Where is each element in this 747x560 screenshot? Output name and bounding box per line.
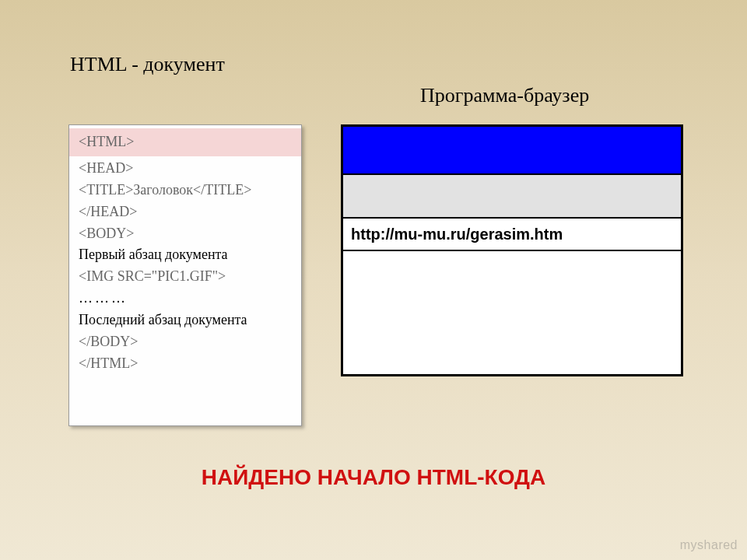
title-html-document: HTML - документ [70, 53, 225, 76]
code-line-html-close: </HTML> [79, 353, 292, 375]
code-line-last-paragraph: Последний абзац документа [79, 310, 292, 331]
code-line-head-close: </HEAD> [79, 201, 292, 223]
code-line-body-close: </BODY> [79, 331, 292, 353]
code-line-title: <TITLE>Заголовок</TITLE> [79, 180, 292, 201]
code-line-ellipsis: ……… [79, 288, 292, 310]
status-message: НАЙДЕНО НАЧАЛО HTML-КОДА [0, 465, 747, 490]
code-line-html-open: <HTML> [69, 128, 301, 156]
browser-window: http://mu-mu.ru/gerasim.htm [341, 124, 683, 376]
code-line-first-paragraph: Первый абзац документа [79, 244, 292, 266]
browser-titlebar [343, 127, 681, 175]
html-source-panel: <HTML> <HEAD> <TITLE>Заголовок</TITLE> <… [68, 124, 302, 426]
watermark: myshared [680, 538, 738, 552]
code-line-head-open: <HEAD> [79, 158, 292, 180]
code-line-img: <IMG SRC="PIC1.GIF"> [79, 266, 292, 288]
code-line-body-open: <BODY> [79, 223, 292, 245]
title-browser-program: Программа-браузер [420, 84, 589, 107]
browser-address-bar[interactable]: http://mu-mu.ru/gerasim.htm [343, 219, 681, 251]
browser-toolbar [343, 175, 681, 219]
browser-content-area [343, 251, 681, 374]
